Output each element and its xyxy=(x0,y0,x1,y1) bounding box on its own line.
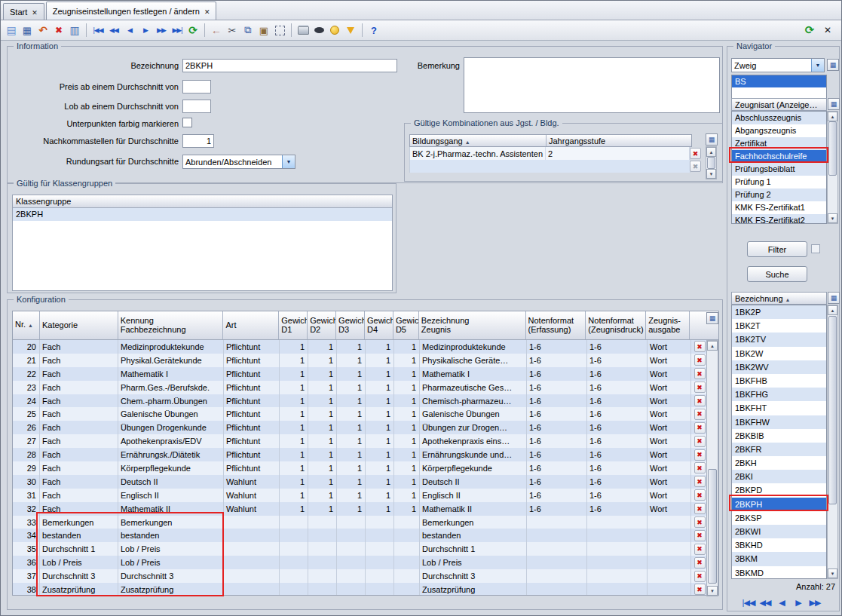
konfig-row[interactable]: 25FachGalenische ÜbungenPflichtunt11111G… xyxy=(13,407,708,421)
paste-icon[interactable] xyxy=(256,23,271,38)
tab-close-icon[interactable] xyxy=(204,7,210,16)
konfig-row[interactable]: 28FachErnährungsk./DiätetikPflichtunt111… xyxy=(13,448,708,461)
print-icon[interactable] xyxy=(295,23,311,38)
kombinationen-scrollbar[interactable] xyxy=(706,146,717,179)
bezeichnung-item[interactable]: 1BKFHW xyxy=(732,415,826,429)
kombination-empty-row[interactable] xyxy=(409,160,690,173)
cut-icon[interactable] xyxy=(225,23,240,38)
jahrgangsstufe-column-header[interactable]: Jahrgangsstufe xyxy=(547,135,691,146)
suche-button[interactable]: Suche xyxy=(747,266,807,282)
delete-row-button[interactable] xyxy=(694,409,706,420)
lob-input[interactable] xyxy=(182,100,211,113)
konfig-column-header[interactable]: GewichtD2 xyxy=(308,311,336,339)
delete-row-button[interactable] xyxy=(694,436,706,447)
konfig-column-header[interactable]: Kategorie xyxy=(40,311,118,339)
konfig-row[interactable]: 22FachMathematik IPflichtunt11111Mathema… xyxy=(13,367,708,381)
zeugnisart-item[interactable]: Prüfung 1 xyxy=(732,176,826,188)
kombinationen-column-chooser-button[interactable] xyxy=(706,133,718,146)
bezeichnung-item[interactable]: 2BKH xyxy=(732,456,826,470)
tab-close-icon[interactable] xyxy=(32,8,38,17)
konfig-column-header[interactable]: Art xyxy=(223,311,279,339)
tab-zeugniseinstellungen[interactable]: Zeugniseinstellungen festlegen / ändern xyxy=(46,2,217,20)
select-icon[interactable] xyxy=(272,23,287,38)
undo-icon[interactable] xyxy=(35,23,51,38)
bezeichnung-item[interactable]: 2BKPH xyxy=(732,498,826,511)
konfig-row[interactable]: 26FachÜbungen DrogenkundePflichtunt11111… xyxy=(13,421,708,434)
scroll-thumb[interactable] xyxy=(828,316,837,504)
bezeichnung-item[interactable]: 2BKWI xyxy=(732,525,826,538)
filter-button[interactable]: Filter xyxy=(747,241,807,257)
konfig-row[interactable]: 34bestandenbestandenbestanden xyxy=(13,529,708,542)
back-icon[interactable] xyxy=(209,23,224,38)
nav-next-icon[interactable] xyxy=(138,23,153,38)
klassengruppe-column-header[interactable]: Klassengruppe xyxy=(13,195,392,208)
nav-prev-page-icon[interactable] xyxy=(106,23,121,38)
zeugnisart-column-header[interactable]: Zeugnisart (Anzeige… xyxy=(731,98,827,111)
close-window-icon[interactable] xyxy=(820,23,835,38)
zeugnisart-column-chooser-button[interactable] xyxy=(828,98,840,110)
bezeichnung-item[interactable]: 3BKHD xyxy=(732,538,826,552)
delete-row-button[interactable] xyxy=(694,584,706,595)
rundungsart-select[interactable]: Abrunden/Abschneiden xyxy=(182,155,295,169)
bulb-icon[interactable] xyxy=(327,23,342,38)
bezeichnung-item[interactable]: 2BKI xyxy=(732,470,826,483)
filter-options-button[interactable] xyxy=(811,244,820,253)
scroll-down-button[interactable] xyxy=(707,586,718,596)
nav-first-icon[interactable] xyxy=(90,23,106,38)
zeugnisart-item[interactable]: Prüfung 2 xyxy=(732,188,826,201)
delete-row-button[interactable] xyxy=(694,354,706,366)
scroll-down-button[interactable] xyxy=(828,568,837,578)
konfig-column-header[interactable]: GewichtD4 xyxy=(365,311,393,339)
konfig-row[interactable]: 33BemerkungenBemerkungenBemerkungen xyxy=(13,516,708,529)
sync-icon[interactable] xyxy=(802,23,817,38)
nav-prev-icon[interactable] xyxy=(122,23,137,38)
konfig-row[interactable]: 27FachApothekenpraxis/EDVPflichtunt11111… xyxy=(13,434,708,448)
scroll-thumb[interactable] xyxy=(707,157,715,169)
zeugnisart-item[interactable]: KMK FS-Zertifikat1 xyxy=(732,201,826,214)
nav-first-icon[interactable] xyxy=(741,595,756,611)
delete-row-button[interactable] xyxy=(694,530,706,541)
delete-row-button[interactable] xyxy=(694,462,706,473)
konfig-row[interactable]: 23FachPharm.Ges.-/Berufskde.Pflichtunt11… xyxy=(13,381,708,394)
konfig-column-header[interactable]: Nr. xyxy=(13,311,40,339)
scroll-thumb[interactable] xyxy=(708,469,717,584)
kombination-row[interactable]: BK 2-j.Pharmaz.-techn. Assistenten2 xyxy=(409,147,690,160)
unterpunkte-checkbox[interactable] xyxy=(182,118,192,127)
konfig-row[interactable]: 20FachMedizinproduktekundePflichtunt1111… xyxy=(13,340,708,354)
zeugnisart-scrollbar[interactable] xyxy=(827,111,838,224)
bezeichnung-item[interactable]: 3BKMD xyxy=(732,566,826,579)
konfig-row[interactable]: 36Lob / PreisLob / PreisLob / Preis xyxy=(13,556,708,569)
scroll-up-button[interactable] xyxy=(828,305,837,315)
bezeichnung-item[interactable]: 1BKFHT xyxy=(732,401,826,415)
konfig-row[interactable]: 31FachEnglisch IIWahlunt11111Englisch II… xyxy=(13,489,708,502)
zweig-column-chooser-button[interactable] xyxy=(827,59,839,71)
zeugnisart-item[interactable]: Fachhochschulreife xyxy=(732,150,826,163)
data-form-icon[interactable] xyxy=(67,23,82,38)
zweig-combobox[interactable]: Zweig xyxy=(731,58,825,72)
delete-row-button[interactable] xyxy=(694,516,706,528)
scroll-down-button[interactable] xyxy=(706,169,716,179)
delete-row-button[interactable] xyxy=(694,382,706,393)
konfig-column-header[interactable]: BezeichnungZeugnis xyxy=(419,311,526,339)
scroll-up-button[interactable] xyxy=(707,341,718,351)
bezeichnung-item[interactable]: 1BK2TV xyxy=(732,333,826,346)
stamp-icon[interactable] xyxy=(311,23,326,38)
scroll-up-button[interactable] xyxy=(706,147,716,157)
nav-next-page-icon[interactable] xyxy=(807,595,822,611)
new-record-icon[interactable] xyxy=(4,23,19,38)
delete-row-button[interactable] xyxy=(694,476,706,487)
konfig-row[interactable]: 21FachPhysikal.GerätekundePflichtunt1111… xyxy=(13,354,708,367)
preis-input[interactable] xyxy=(182,80,211,93)
delete-row-button[interactable] xyxy=(694,557,706,568)
delete-row-button[interactable] xyxy=(694,489,706,501)
zeugnisart-item[interactable]: KMK FS-Zertifikat2 xyxy=(732,214,826,224)
delete-row-button[interactable] xyxy=(694,368,706,379)
konfig-column-header[interactable]: KennungFachbezeichnung xyxy=(118,311,224,339)
bezeichnung-item[interactable]: 1BK2P xyxy=(732,305,826,319)
konfig-column-chooser-button[interactable] xyxy=(706,312,718,324)
konfig-row[interactable]: 30FachDeutsch IIWahlunt11111Deutsch II1-… xyxy=(13,475,708,489)
bezeichnung-item[interactable]: 2BKBIB xyxy=(732,429,826,443)
bezeichnung-item[interactable]: 3BKM xyxy=(732,552,826,565)
konfig-row[interactable]: 32FachMathematik IIWahlunt11111Mathemati… xyxy=(13,502,708,516)
zeugnisart-item[interactable]: Prüfungsbeiblatt xyxy=(732,163,826,176)
